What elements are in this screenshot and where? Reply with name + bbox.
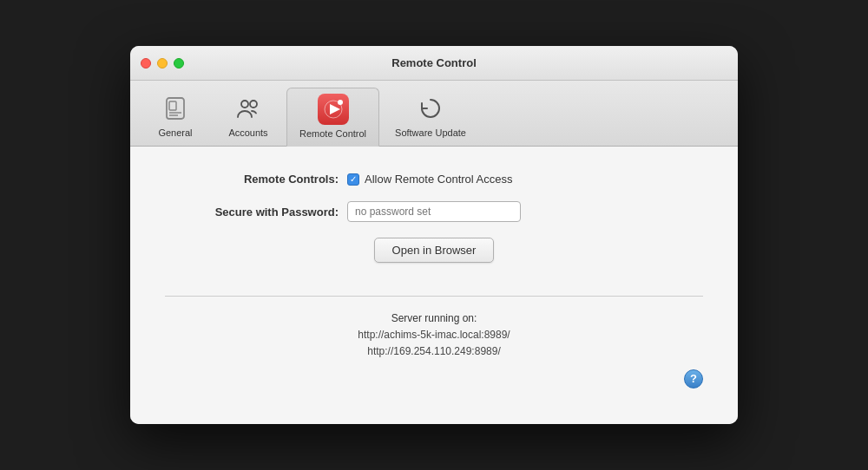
toolbar: General Accounts	[130, 81, 738, 147]
open-browser-button[interactable]: Open in Browser	[374, 238, 495, 263]
minimize-button[interactable]	[157, 58, 168, 69]
tab-remote-control[interactable]: Remote Control	[286, 88, 379, 147]
content-area: Remote Controls: Allow Remote Control Ac…	[130, 147, 738, 424]
traffic-lights	[141, 58, 184, 69]
svg-point-8	[338, 100, 343, 105]
svg-marker-7	[330, 104, 340, 114]
server-url-1: http://achims-5k-imac.local:8989/	[165, 327, 703, 343]
main-window: Remote Control General	[130, 46, 738, 424]
button-row: Open in Browser	[165, 238, 703, 280]
tab-software-update-label: Software Update	[395, 127, 466, 138]
help-icon[interactable]: ?	[684, 369, 703, 388]
allow-access-checkbox[interactable]	[347, 173, 359, 186]
remote-control-icon	[318, 94, 349, 125]
password-input[interactable]	[347, 201, 521, 222]
general-icon	[160, 93, 191, 124]
title-bar: Remote Control	[130, 46, 738, 81]
server-running-label: Server running on:	[165, 310, 703, 327]
allow-access-label: Allow Remote Control Access	[365, 173, 513, 186]
remote-controls-row: Remote Controls: Allow Remote Control Ac…	[165, 173, 703, 186]
tab-accounts-label: Accounts	[228, 127, 267, 138]
divider	[165, 296, 703, 297]
maximize-button[interactable]	[174, 58, 184, 69]
tab-software-update[interactable]: Software Update	[383, 88, 478, 146]
accounts-icon	[233, 93, 264, 124]
help-icon-container: ?	[165, 369, 703, 388]
allow-access-row: Allow Remote Control Access	[347, 173, 513, 186]
svg-point-4	[241, 101, 248, 108]
tab-remote-control-label: Remote Control	[299, 128, 366, 139]
svg-point-5	[250, 101, 257, 108]
server-info: Server running on: http://achims-5k-imac…	[165, 310, 703, 361]
tab-general[interactable]: General	[141, 88, 210, 146]
password-row: Secure with Password:	[165, 201, 703, 222]
server-url-2: http://169.254.110.249:8989/	[165, 343, 703, 360]
software-update-icon	[415, 93, 446, 124]
tab-accounts[interactable]: Accounts	[214, 88, 283, 146]
tab-general-label: General	[158, 127, 192, 138]
password-label: Secure with Password:	[165, 206, 339, 219]
remote-controls-label: Remote Controls:	[165, 173, 339, 186]
window-title: Remote Control	[391, 56, 477, 69]
svg-rect-1	[169, 101, 176, 110]
close-button[interactable]	[141, 58, 151, 69]
